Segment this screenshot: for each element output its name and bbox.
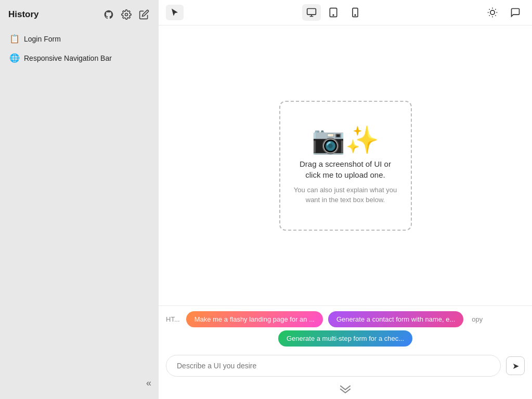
- svg-line-10: [495, 15, 496, 16]
- svg-line-13: [489, 15, 490, 16]
- svg-point-0: [125, 14, 128, 16]
- chevrons-down-icon: [340, 385, 351, 393]
- toolbar: [159, 0, 532, 25]
- theme-toggle-button[interactable]: [483, 4, 502, 21]
- mobile-view-button[interactable]: [346, 4, 365, 21]
- suggestion-pill-2[interactable]: Generate a contact form with name, e...: [328, 311, 463, 327]
- suggestion-pill-3[interactable]: Generate a multi-step form for a chec...: [278, 330, 412, 347]
- sidebar-title: History: [8, 9, 39, 20]
- upload-zone[interactable]: 📷✨ Drag a screenshot of UI orclick me to…: [279, 101, 412, 231]
- bottom-bar: HT... Make me a flashy landing page for …: [159, 305, 532, 399]
- sidebar-icons: [102, 8, 150, 21]
- toolbar-center: [302, 4, 365, 21]
- settings-icon: [121, 9, 132, 20]
- edit-icon-btn[interactable]: [138, 8, 150, 21]
- github-icon: [103, 9, 114, 20]
- login-form-icon: 📋: [9, 34, 20, 44]
- comment-button[interactable]: [506, 4, 525, 21]
- toolbar-right: [483, 4, 525, 21]
- edit-icon: [139, 9, 149, 20]
- send-icon: ➤: [512, 361, 519, 371]
- sidebar-item-login-form[interactable]: 📋 Login Form: [4, 30, 154, 47]
- canvas-area: 📷✨ Drag a screenshot of UI orclick me to…: [159, 25, 532, 305]
- suggestions-row-1: HT... Make me a flashy landing page for …: [159, 306, 532, 330]
- responsive-nav-icon: 🌐: [9, 53, 20, 63]
- sidebar-item-responsive-nav[interactable]: 🌐 Responsive Navigation Bar: [4, 49, 154, 66]
- tablet-icon: [328, 7, 339, 18]
- toolbar-left: [166, 5, 184, 20]
- sidebar-item-label: Responsive Navigation Bar: [24, 54, 112, 62]
- upload-zone-subtitle: You can also just explain what youwant i…: [294, 185, 397, 204]
- github-icon-btn[interactable]: [102, 8, 115, 21]
- tablet-view-button[interactable]: [324, 4, 343, 21]
- settings-icon-btn[interactable]: [120, 8, 133, 21]
- chat-input[interactable]: [166, 355, 501, 377]
- svg-rect-1: [307, 9, 316, 15]
- sun-icon: [487, 7, 498, 18]
- copy-label[interactable]: opy: [469, 313, 486, 325]
- svg-point-5: [355, 15, 356, 16]
- sidebar-collapse-button[interactable]: «: [146, 378, 151, 389]
- input-row: ➤: [159, 351, 532, 384]
- sidebar-list: 📋 Login Form 🌐 Responsive Navigation Bar: [0, 27, 159, 70]
- svg-point-3: [333, 15, 334, 16]
- cursor-tool-button[interactable]: [166, 5, 184, 20]
- svg-line-9: [489, 9, 490, 10]
- html-label: HT...: [166, 315, 180, 323]
- sidebar-header: History: [0, 0, 159, 27]
- svg-point-6: [490, 10, 495, 15]
- cursor-icon: [170, 8, 179, 17]
- suggestions-row-2: Generate a multi-step form for a chec...: [159, 330, 532, 351]
- svg-line-14: [495, 9, 496, 10]
- mobile-icon: [350, 7, 360, 18]
- upload-icon: 📷✨: [312, 126, 379, 153]
- desktop-view-button[interactable]: [302, 4, 321, 21]
- desktop-icon: [306, 7, 317, 18]
- sidebar-item-label: Login Form: [24, 35, 61, 43]
- chevrons-down-button[interactable]: [340, 385, 351, 395]
- sidebar: History 📋 Logi: [0, 0, 159, 399]
- comment-icon: [510, 7, 521, 18]
- main-area: 📷✨ Drag a screenshot of UI orclick me to…: [159, 0, 532, 399]
- upload-zone-title: Drag a screenshot of UI orclick me to up…: [300, 158, 391, 180]
- send-button[interactable]: ➤: [506, 356, 525, 375]
- chevrons-row: [159, 384, 532, 399]
- suggestion-pill-1[interactable]: Make me a flashy landing page for an ...: [186, 311, 323, 327]
